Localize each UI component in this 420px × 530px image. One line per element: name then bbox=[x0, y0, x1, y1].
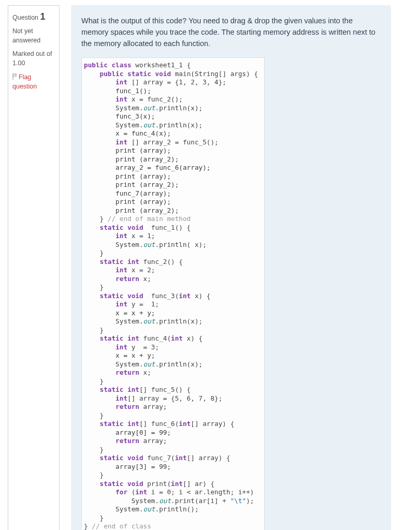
question-label: Question bbox=[12, 14, 38, 21]
marked-out-of: Marked out of 1.00 bbox=[12, 49, 55, 68]
flag-icon bbox=[12, 73, 18, 79]
question-line: Question 1 bbox=[12, 10, 55, 23]
question-prompt: What is the output of this code? You nee… bbox=[81, 16, 381, 49]
question-page: Question 1 Not yet answered Marked out o… bbox=[0, 0, 420, 530]
code-image: public class worksheet1_1 { public stati… bbox=[81, 57, 265, 530]
question-info-card: Question 1 Not yet answered Marked out o… bbox=[8, 5, 60, 530]
question-number: 1 bbox=[40, 11, 46, 22]
answer-status: Not yet answered bbox=[12, 26, 55, 45]
question-content: What is the output of this code? You nee… bbox=[71, 5, 391, 530]
flag-question-link[interactable]: Flag question bbox=[12, 72, 55, 91]
